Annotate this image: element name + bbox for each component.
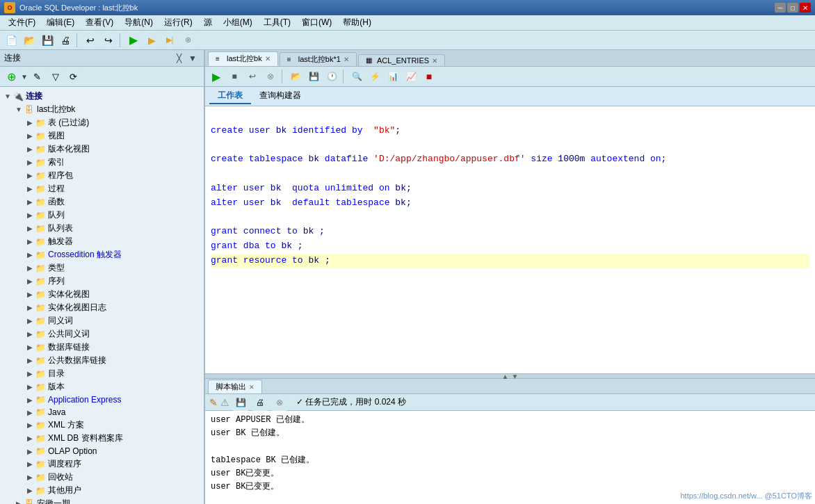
tree-item-crossedition-triggers[interactable]: ▶📁Crossedition 触发器 (24, 248, 202, 261)
toggle-public-db-links[interactable]: ▶ (25, 357, 35, 364)
tree-item-version-views[interactable]: ▶📁版本化视图 (24, 143, 202, 156)
bottom-tab-script-output[interactable]: 脚本输出✕ (208, 380, 262, 393)
add-dropdown[interactable]: ▼ (21, 73, 28, 81)
tab-close-acl-entries-tab[interactable]: ✕ (432, 57, 437, 65)
profile-button[interactable]: 📈 (403, 68, 419, 85)
debug-button[interactable]: ▶ (143, 32, 160, 49)
run-script-button[interactable]: ▶ (208, 68, 225, 85)
toggle-anhui[interactable]: ▶ (14, 500, 24, 504)
tree-item-db-links[interactable]: ▶📁数据库链接 (24, 341, 202, 354)
toggle-db-links[interactable]: ▶ (25, 343, 35, 351)
toggle-queues[interactable]: ▶ (25, 211, 35, 219)
add-connection-button[interactable]: ⊕ (3, 68, 19, 85)
bottom-content[interactable]: user APPUSER 已创建。user BK 已创建。 tablespace… (205, 411, 815, 504)
toggle-functions[interactable]: ▶ (25, 198, 35, 206)
code-editor[interactable]: create user bk identified by "bk"; creat… (205, 106, 815, 373)
tree-item-queues[interactable]: ▶📁队列 (24, 209, 202, 222)
menu-item-t[interactable]: 工具(T) (258, 15, 296, 30)
toggle-java[interactable]: ▶ (25, 409, 35, 416)
cancel-button[interactable]: ⊗ (262, 68, 279, 85)
tree-item-procedures[interactable]: ▶📁过程 (24, 182, 202, 195)
tree-item-scheduler[interactable]: ▶📁调度程序 (24, 457, 202, 471)
print-button[interactable]: 🖨 (57, 32, 74, 49)
tree-item-java[interactable]: ▶📁Java (24, 406, 202, 418)
filter-button[interactable]: ▽ (47, 68, 64, 85)
toggle-directories[interactable]: ▶ (25, 370, 35, 377)
toggle-packages[interactable]: ▶ (25, 172, 35, 179)
redo-button[interactable]: ↪ (100, 32, 117, 49)
rollback-button[interactable]: ↩ (244, 68, 261, 85)
clear-button[interactable]: ⊗ (179, 32, 196, 49)
tree-item-xml-schemas[interactable]: ▶📁XML 方案 (24, 418, 202, 432)
tree-item-sequences[interactable]: ▶📁序列 (24, 275, 202, 288)
bottom-tab-close-script-output[interactable]: ✕ (249, 384, 255, 391)
tree-item-materialized-view-logs[interactable]: ▶📁实体化视图日志 (24, 301, 202, 314)
left-panel-content[interactable]: ▼ 🔌 连接 ▼ 🗄 last北控bk ▶📁表 (已过滤)▶📁视图▶📁版本化视图… (0, 87, 204, 504)
menu-item-h[interactable]: 帮助(H) (337, 15, 377, 30)
toggle-queue-tables[interactable]: ▶ (25, 225, 35, 232)
menu-item-e[interactable]: 编辑(E) (41, 15, 80, 30)
menu-item-r[interactable]: 运行(R) (159, 15, 198, 30)
menu-item-n[interactable]: 导航(N) (119, 15, 159, 30)
toggle-version-views[interactable]: ▶ (25, 145, 35, 153)
toggle-connections[interactable]: ▼ (3, 92, 13, 100)
toggle-olap[interactable]: ▶ (25, 448, 35, 455)
open-button[interactable]: 📂 (21, 32, 38, 49)
tree-item-functions[interactable]: ▶📁函数 (24, 195, 202, 209)
commit-button[interactable]: ■ (226, 68, 243, 85)
menu-item-f[interactable]: 文件(F) (3, 15, 41, 30)
menu-item-[interactable]: 源 (198, 15, 218, 30)
toggle-application-express[interactable]: ▶ (25, 396, 35, 404)
left-panel-settings[interactable]: ▼ (186, 54, 200, 63)
toggle-crossedition-triggers[interactable]: ▶ (25, 251, 35, 259)
autotrace-button[interactable]: ⚡ (366, 68, 383, 85)
stop-button[interactable]: ■ (421, 68, 437, 85)
tree-item-connections[interactable]: ▼ 🔌 连接 (1, 90, 202, 103)
tree-item-editions[interactable]: ▶📁版本 (24, 380, 202, 393)
tree-item-synonyms[interactable]: ▶📁同义词 (24, 314, 202, 327)
sub-tab-query-builder[interactable]: 查询构建器 (251, 88, 309, 104)
toggle-public-synonyms[interactable]: ▶ (25, 330, 35, 338)
tree-item-olap[interactable]: ▶📁OLAP Option (24, 445, 202, 457)
close-button[interactable]: ✕ (800, 3, 811, 13)
tree-item-tables[interactable]: ▶📁表 (已过滤) (24, 116, 202, 129)
tree-item-queue-tables[interactable]: ▶📁队列表 (24, 222, 202, 235)
toggle-types[interactable]: ▶ (25, 264, 35, 272)
refresh-button[interactable]: ⟳ (65, 68, 82, 85)
menu-item-v[interactable]: 查看(V) (80, 15, 119, 30)
tree-item-triggers[interactable]: ▶📁触发器 (24, 235, 202, 248)
save-output-button[interactable]: 💾 (232, 394, 249, 411)
clear-output-button[interactable]: ⊗ (271, 394, 288, 411)
open-file-button[interactable]: 📂 (287, 68, 304, 85)
toggle-procedures[interactable]: ▶ (25, 185, 35, 193)
menu-item-m[interactable]: 小组(M) (218, 15, 258, 30)
toggle-xml-db[interactable]: ▶ (25, 434, 35, 442)
new-button[interactable]: 📄 (3, 32, 19, 49)
tree-item-materialized-views[interactable]: ▶📁实体化视图 (24, 288, 202, 301)
splitter[interactable]: ▲ ▼ (205, 373, 815, 379)
toggle-other-users[interactable]: ▶ (25, 487, 35, 494)
save-button[interactable]: 💾 (39, 32, 56, 49)
minimize-button[interactable]: ─ (775, 3, 786, 13)
tree-item-anhui[interactable]: ▶ 🗄 安徽一期 (13, 497, 202, 504)
tree-item-public-synonyms[interactable]: ▶📁公共同义词 (24, 327, 202, 341)
tree-item-other-users[interactable]: ▶📁其他用户 (24, 484, 202, 497)
left-panel-close[interactable]: ╳ (174, 54, 184, 63)
toggle-materialized-view-logs[interactable]: ▶ (25, 304, 35, 311)
tree-item-packages[interactable]: ▶📁程序包 (24, 169, 202, 182)
tree-item-types[interactable]: ▶📁类型 (24, 261, 202, 275)
tab-close-last-bk-tab[interactable]: ✕ (265, 55, 271, 63)
history-button[interactable]: 🕐 (323, 68, 340, 85)
toggle-materialized-views[interactable]: ▶ (25, 291, 35, 298)
edit-connection-button[interactable]: ✎ (29, 68, 46, 85)
tree-item-application-express[interactable]: ▶📁Application Express (24, 393, 202, 406)
tab-last-bk-tab[interactable]: ≡last北控bk✕ (208, 51, 278, 66)
run-button[interactable]: ▶ (125, 32, 142, 49)
tree-item-xml-db[interactable]: ▶📁XML DB 资料档案库 (24, 432, 202, 445)
tree-item-last-bk[interactable]: ▼ 🗄 last北控bk (13, 103, 202, 116)
toggle-synonyms[interactable]: ▶ (25, 317, 35, 325)
tree-item-views[interactable]: ▶📁视图 (24, 129, 202, 143)
toggle-scheduler[interactable]: ▶ (25, 460, 35, 468)
toggle-editions[interactable]: ▶ (25, 383, 35, 391)
find-button[interactable]: 🔍 (348, 68, 365, 85)
